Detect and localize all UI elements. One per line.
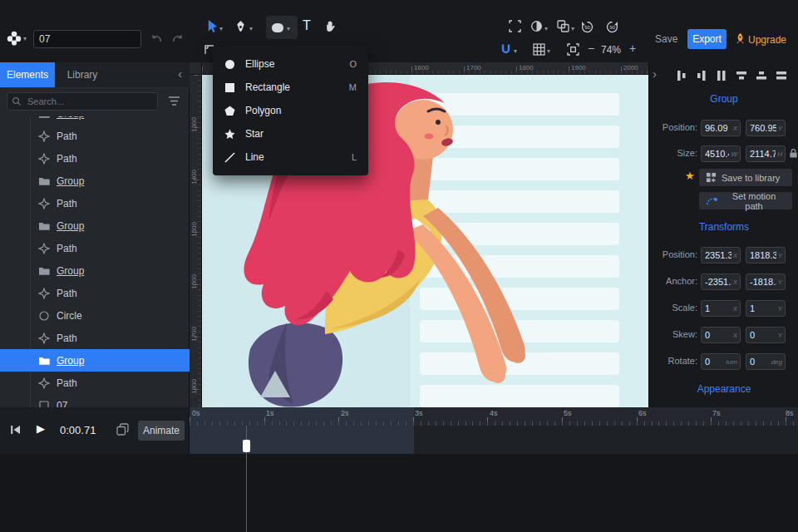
logo-caret-icon[interactable]: ▾ [23, 36, 27, 42]
upgrade-button[interactable]: Upgrade [748, 34, 786, 46]
tick-label: 8s [786, 409, 794, 417]
favorite-star-icon[interactable]: ★ [685, 170, 695, 182]
rotate-cw-icon[interactable]: 90 [605, 20, 619, 34]
current-time: 0:00.71 [60, 424, 96, 436]
layer-row-path[interactable]: Path [0, 282, 190, 304]
tab-elements[interactable]: Elements [0, 62, 55, 87]
pen-tool-caret-icon[interactable]: ▾ [249, 26, 253, 32]
anchor-label: Anchor: [651, 276, 697, 286]
app-logo-icon[interactable] [7, 31, 22, 46]
layer-row-group[interactable]: Group [0, 214, 190, 237]
set-motion-path-button[interactable]: Set motion path [699, 192, 792, 209]
expand-panel-button[interactable]: › [653, 66, 657, 81]
export-button[interactable]: Export [687, 29, 727, 49]
select-tool-caret-icon[interactable]: ▾ [219, 26, 223, 32]
snapping-caret-icon[interactable]: ▾ [514, 48, 517, 55]
menu-item-rectangle[interactable]: Rectangle M [213, 76, 368, 99]
fit-to-screen-icon[interactable] [567, 43, 579, 56]
search-input[interactable] [7, 92, 158, 111]
skew-y-field[interactable]: Y [746, 327, 786, 343]
frame-tool-icon[interactable] [509, 20, 521, 32]
ruler-label: 1300 [190, 117, 198, 132]
layer-row-path[interactable]: Path [0, 237, 190, 259]
blend-caret-icon[interactable]: ▾ [544, 26, 548, 32]
layer-row-path[interactable]: Path [0, 327, 190, 349]
position-y-field[interactable]: Y [746, 120, 786, 136]
text-tool-button[interactable]: T [303, 18, 311, 33]
align-middle-v-icon[interactable] [756, 70, 767, 81]
menu-item-line[interactable]: Line L [213, 145, 368, 169]
hand-tool-button[interactable] [324, 20, 337, 33]
undo-button[interactable] [150, 32, 163, 45]
layer-list-icon[interactable] [116, 423, 129, 436]
ruler-label: 1800 [519, 64, 534, 71]
t-position-y-field[interactable]: Y [746, 247, 786, 264]
snapping-magnet-icon[interactable] [500, 43, 512, 56]
grid-view-icon[interactable] [533, 43, 545, 56]
redo-button[interactable] [171, 32, 185, 45]
layer-row-path[interactable]: Path [0, 147, 190, 170]
layer-row-group[interactable]: Group [0, 170, 190, 192]
shape-tool-caret-icon[interactable]: ▾ [287, 26, 290, 32]
appearance-header[interactable]: Appearance [649, 383, 798, 395]
menu-item-ellipse[interactable]: Ellipse O [213, 52, 368, 76]
tab-library[interactable]: Library [55, 62, 110, 87]
select-tool-button[interactable] [204, 19, 219, 34]
path-icon [38, 243, 50, 254]
search-icon [12, 96, 22, 106]
grid-caret-icon[interactable]: ▾ [547, 48, 550, 55]
animate-button[interactable]: Animate [138, 421, 185, 441]
rotate-deg-field[interactable]: deg [746, 353, 786, 370]
layer-row-circle[interactable]: Circle [0, 304, 190, 327]
layer-row-path[interactable]: Path [0, 192, 190, 214]
rotate-ccw-icon[interactable]: 90 [580, 20, 594, 34]
rotate-turn-field[interactable]: turn [701, 353, 741, 370]
sort-layers-icon[interactable] [168, 96, 180, 106]
skip-to-start-button[interactable] [10, 424, 22, 436]
align-bottom-icon[interactable] [776, 70, 787, 81]
menu-item-polygon[interactable]: Polygon [213, 99, 368, 122]
polygon-icon [224, 106, 235, 116]
scale-x-field[interactable]: X [701, 300, 741, 317]
layer-row-path[interactable]: Path [0, 125, 190, 147]
ruler-label: 1700 [190, 327, 198, 342]
play-button[interactable]: ▶ [37, 422, 45, 435]
menu-item-star[interactable]: Star [213, 122, 368, 145]
ruler-label: 1900 [571, 64, 586, 71]
lock-aspect-icon[interactable] [788, 148, 798, 159]
pen-tool-button[interactable] [234, 20, 247, 33]
layer-row-group[interactable]: Group [0, 259, 190, 282]
transforms-header[interactable]: Transforms [649, 221, 798, 233]
project-name-input[interactable] [33, 30, 141, 48]
size-w-field[interactable]: W [701, 145, 741, 162]
layer-row-group-selected[interactable]: Group [0, 349, 190, 372]
collapse-sidebar-button[interactable]: ‹ [178, 66, 182, 81]
keyframe-area[interactable] [0, 454, 798, 532]
shape-tool-button[interactable] [271, 22, 284, 33]
zoom-out-button[interactable]: − [588, 42, 594, 55]
tick-label: 2s [341, 409, 349, 417]
layer-row-path[interactable]: Path [0, 372, 190, 394]
playback-controls: ▶ 0:00.71 Animate [0, 407, 190, 454]
t-position-x-field[interactable]: X [701, 247, 741, 264]
align-top-icon[interactable] [736, 70, 747, 81]
size-h-field[interactable]: H [746, 145, 786, 162]
scale-y-field[interactable]: Y [746, 300, 786, 317]
mask-caret-icon[interactable]: ▾ [571, 26, 574, 32]
playhead-handle[interactable] [243, 440, 250, 452]
anchor-y-field[interactable]: Y [746, 273, 786, 290]
position-x-field[interactable]: X [701, 120, 741, 136]
zoom-in-button[interactable]: + [629, 42, 636, 55]
layer-row-group[interactable]: Group [0, 116, 190, 125]
save-button[interactable]: Save [655, 33, 677, 45]
save-to-library-button[interactable]: Save to library [699, 169, 792, 186]
zoom-level[interactable]: 74% [601, 44, 621, 56]
layer-row-rect[interactable]: 07 [0, 394, 190, 407]
align-center-h-icon[interactable] [696, 70, 707, 81]
align-left-icon[interactable] [676, 70, 687, 81]
skew-x-field[interactable]: X [701, 327, 741, 343]
blend-mode-icon[interactable] [530, 20, 543, 32]
anchor-x-field[interactable]: X [701, 273, 741, 290]
mask-layers-icon[interactable] [557, 20, 569, 32]
align-right-icon[interactable] [716, 70, 727, 81]
